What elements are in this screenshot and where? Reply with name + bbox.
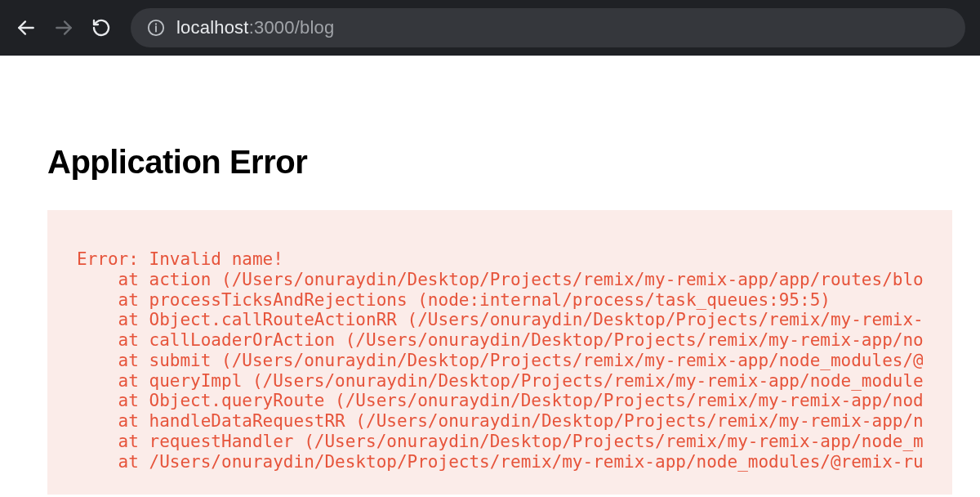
page-title: Application Error (47, 144, 933, 181)
arrow-right-icon (53, 17, 74, 38)
page-content: Application Error Error: Invalid name! a… (0, 56, 980, 495)
nav-buttons (15, 16, 113, 39)
reload-icon (91, 18, 111, 38)
stack-trace: Error: Invalid name! at action (/Users/o… (77, 249, 923, 472)
address-bar[interactable]: localhost:3000/blog (131, 8, 965, 47)
reload-button[interactable] (90, 16, 113, 39)
url-text: localhost:3000/blog (176, 17, 334, 38)
forward-button[interactable] (52, 16, 75, 39)
svg-point-4 (155, 23, 157, 25)
url-host: localhost (176, 17, 249, 38)
site-info-button[interactable] (147, 19, 165, 37)
browser-toolbar: localhost:3000/blog (0, 0, 980, 56)
error-box: Error: Invalid name! at action (/Users/o… (47, 210, 952, 495)
info-icon (147, 19, 165, 37)
url-path: :3000/blog (249, 17, 335, 38)
arrow-left-icon (16, 17, 37, 38)
back-button[interactable] (15, 16, 38, 39)
